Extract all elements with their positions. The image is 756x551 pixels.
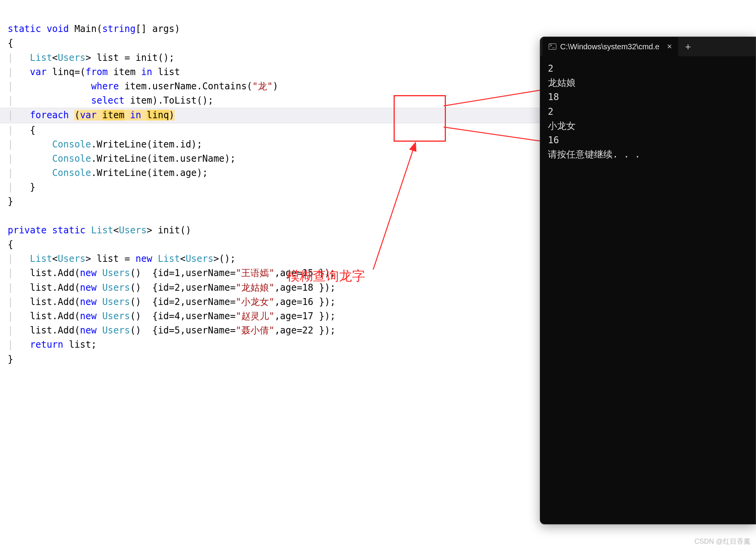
annotation-box	[394, 95, 446, 142]
terminal-window[interactable]: C:\Windows\system32\cmd.e × + 2 龙姑娘 18 2…	[540, 37, 756, 524]
kw-var: var	[30, 67, 47, 77]
terminal-tab[interactable]: C:\Windows\system32\cmd.e ×	[542, 37, 678, 57]
kw-string: string	[102, 23, 136, 34]
new-tab-button[interactable]: +	[685, 39, 691, 54]
cmd-icon	[549, 44, 556, 50]
kw-new: new	[135, 253, 152, 264]
main-args: [] args)	[135, 23, 180, 34]
terminal-title-text: C:\Windows\system32\cmd.e	[560, 41, 659, 53]
term-line: 小龙女	[548, 121, 576, 131]
kw-in2: in	[130, 110, 141, 121]
term-line: 龙姑娘	[548, 77, 576, 88]
str-user2: "龙姑娘"	[235, 282, 274, 293]
main-open: Main(	[74, 23, 102, 34]
watermark: CSDN @红目香薰	[694, 536, 751, 547]
str-user4: "赵灵儿"	[235, 311, 274, 322]
kw-private: private	[8, 225, 47, 236]
term-line: 请按任意键继续. . .	[548, 149, 640, 160]
linq-token: linq	[147, 110, 169, 121]
close-icon[interactable]: ×	[667, 40, 672, 53]
str-user5: "聂小倩"	[235, 325, 274, 336]
kw-static: static	[8, 23, 41, 34]
terminal-titlebar[interactable]: C:\Windows\system32\cmd.e × +	[540, 37, 756, 56]
str-user3: "小龙女"	[235, 296, 274, 307]
kw-select: select	[91, 95, 125, 106]
kw-var2: var	[80, 110, 97, 121]
str-user1: "王语嫣"	[235, 268, 274, 278]
kw-where: where	[91, 81, 119, 92]
kw-return: return	[30, 339, 63, 350]
annotation-label: 模糊查询龙字	[287, 266, 365, 286]
term-line: 2	[548, 63, 553, 74]
kw-from: from	[85, 67, 108, 77]
type-users: Users	[58, 52, 85, 63]
term-line: 18	[548, 92, 559, 102]
str-long: "龙"	[252, 81, 273, 92]
term-line: 2	[548, 106, 553, 117]
terminal-output[interactable]: 2 龙姑娘 18 2 小龙女 16 请按任意键继续. . .	[540, 56, 756, 167]
type-list: List	[30, 52, 52, 63]
item-token: item	[102, 110, 125, 121]
kw-in: in	[141, 67, 152, 77]
kw-void: void	[47, 23, 69, 34]
brace-open: {	[8, 38, 13, 49]
kw-static2: static	[52, 225, 86, 236]
kw-foreach: foreach	[30, 110, 69, 121]
term-line: 16	[548, 135, 559, 146]
type-console: Console	[52, 139, 91, 150]
